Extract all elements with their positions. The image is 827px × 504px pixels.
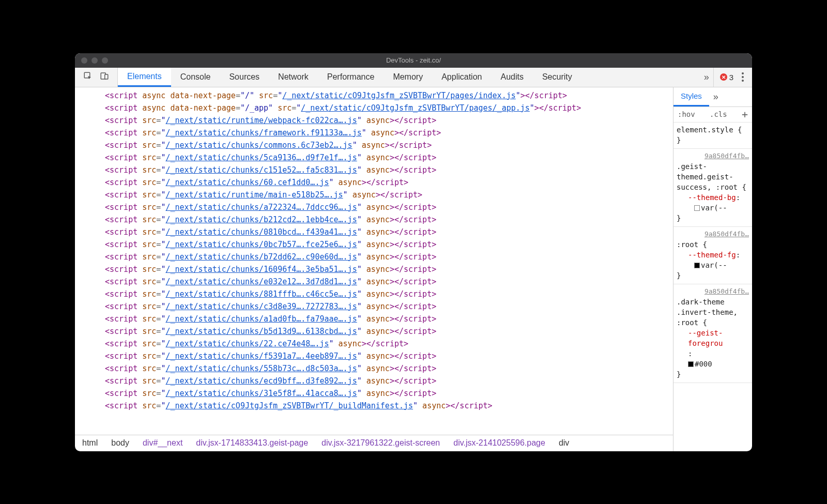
settings-menu-button[interactable]	[740, 70, 746, 84]
color-swatch[interactable]	[694, 205, 700, 211]
dom-node[interactable]: <script src="/_next/static/chunks/60.cef…	[101, 176, 673, 189]
more-side-tabs-button[interactable]: »	[709, 87, 723, 106]
dom-node[interactable]: <script src="/_next/static/chunks/ecd9bf…	[101, 375, 673, 387]
device-toolbar-icon[interactable]	[100, 71, 109, 83]
rule-source-link[interactable]: 9a850df4fb…	[677, 286, 749, 297]
rule-selector: :root {	[677, 239, 749, 250]
dom-node[interactable]: <script src="/_next/static/chunks/0810bc…	[101, 226, 673, 238]
more-tabs-button[interactable]: »	[700, 68, 713, 87]
dom-node[interactable]: <script src="/_next/static/chunks/31e5f8…	[101, 387, 673, 400]
tab-elements[interactable]: Elements	[118, 68, 171, 87]
dom-node[interactable]: <script src="/_next/static/chunks/b5d13d…	[101, 325, 673, 338]
dom-node[interactable]: <script src="/_next/static/chunks/a1ad0f…	[101, 313, 673, 325]
breadcrumb[interactable]: htmlbodydiv#__nextdiv.jsx-1714833413.gei…	[75, 435, 673, 451]
rule-selector: element.style {	[677, 125, 749, 135]
style-rule[interactable]: 9a850df4fb…:root {--themed-fg:var(--}	[673, 227, 752, 284]
breadcrumb-item[interactable]: div.jsx-2141025596.page	[453, 438, 545, 448]
rule-close-brace: }	[677, 135, 749, 145]
rule-source-link[interactable]: 9a850df4fb…	[677, 151, 749, 161]
dom-node[interactable]: <script src="/_next/static/chunks/e032e1…	[101, 276, 673, 288]
dom-node[interactable]: <script src="/_next/static/chunks/common…	[101, 139, 673, 151]
dom-node[interactable]: <script src="/_next/static/runtime/webpa…	[101, 114, 673, 127]
dom-node[interactable]: <script src="/_next/static/chunks/0bc7b5…	[101, 238, 673, 251]
elements-panel: <script async data-next-page="/" src="/_…	[75, 87, 673, 451]
error-indicator[interactable]: ✕ 3	[720, 73, 733, 82]
tab-styles[interactable]: Styles	[673, 87, 709, 106]
rule-property[interactable]: --themed-bg:var(--	[677, 192, 749, 213]
style-rule[interactable]: 9a850df4fb….dark-theme .invert-theme, :r…	[673, 284, 752, 383]
rule-property[interactable]: --geist-foregrou:#000	[677, 328, 749, 369]
minimize-window-button[interactable]	[91, 57, 98, 64]
breadcrumb-item[interactable]: body	[111, 438, 129, 448]
tab-console[interactable]: Console	[171, 68, 220, 87]
color-swatch[interactable]	[694, 263, 700, 268]
cls-toggle[interactable]: .cls	[710, 110, 727, 118]
main-toolbar: ElementsConsoleSourcesNetworkPerformance…	[75, 68, 752, 87]
dom-node[interactable]: <script src="/_next/static/chunks/f5391a…	[101, 350, 673, 362]
content-area: <script async data-next-page="/" src="/_…	[75, 87, 752, 451]
devtools-window: DevTools - zeit.co/ ElementsConsoleSourc…	[75, 53, 752, 451]
tab-application[interactable]: Application	[432, 68, 491, 87]
dom-node[interactable]: <script src="/_next/static/chunks/framew…	[101, 127, 673, 139]
tab-memory[interactable]: Memory	[384, 68, 432, 87]
rule-close-brace: }	[677, 213, 749, 223]
tab-sources[interactable]: Sources	[220, 68, 269, 87]
close-window-button[interactable]	[81, 57, 87, 64]
dom-node[interactable]: <script src="/_next/static/chunks/881fff…	[101, 288, 673, 300]
dom-node[interactable]: <script src="/_next/static/chunks/16096f…	[101, 263, 673, 276]
new-style-rule-button[interactable]: +	[742, 108, 748, 120]
styles-sidebar: Styles » :hov .cls + element.style {}9a8…	[673, 87, 752, 451]
rule-selector: .geist-themed.geist-success, :root {	[677, 161, 749, 192]
breadcrumb-item[interactable]: div.jsx-3217961322.geist-screen	[321, 438, 440, 448]
error-count: 3	[729, 73, 733, 82]
dom-node[interactable]: <script src="/_next/static/runtime/main-…	[101, 189, 673, 201]
dom-node[interactable]: <script src="/_next/static/chunks/a72232…	[101, 201, 673, 213]
dom-node[interactable]: <script src="/_next/static/chunks/b212cd…	[101, 213, 673, 226]
tab-audits[interactable]: Audits	[491, 68, 532, 87]
titlebar: DevTools - zeit.co/	[75, 53, 752, 68]
rule-property[interactable]: --themed-fg:var(--	[677, 250, 749, 270]
styles-utility-row: :hov .cls +	[673, 107, 752, 123]
breadcrumb-item[interactable]: div.jsx-1714833413.geist-page	[196, 438, 308, 448]
tab-network[interactable]: Network	[269, 68, 318, 87]
tab-performance[interactable]: Performance	[318, 68, 384, 87]
dom-node[interactable]: <script async data-next-page="/" src="/_…	[101, 89, 673, 102]
color-swatch[interactable]	[688, 361, 694, 367]
style-rule[interactable]: 9a850df4fb….geist-themed.geist-success, …	[673, 149, 752, 227]
window-title: DevTools - zeit.co/	[75, 56, 752, 64]
rule-close-brace: }	[677, 369, 749, 379]
breadcrumb-item[interactable]: html	[82, 438, 98, 448]
tab-security[interactable]: Security	[533, 68, 581, 87]
breadcrumb-item[interactable]: div#__next	[143, 438, 182, 448]
traffic-lights	[75, 57, 108, 64]
dom-tree[interactable]: <script async data-next-page="/" src="/_…	[75, 87, 673, 435]
dom-node[interactable]: <script src="/_next/static/chunks/5ca913…	[101, 151, 673, 164]
maximize-window-button[interactable]	[102, 57, 108, 64]
dom-node[interactable]: <script src="/_next/static/chunks/b72dd6…	[101, 251, 673, 263]
hover-toggle[interactable]: :hov	[678, 110, 695, 118]
dom-node[interactable]: <script async data-next-page="/_app" src…	[101, 102, 673, 114]
rule-close-brace: }	[677, 270, 749, 281]
error-icon: ✕	[720, 73, 727, 81]
dom-node[interactable]: <script src="/_next/static/chunks/22.ce7…	[101, 338, 673, 350]
dom-node[interactable]: <script src="/_next/static/cO9JtgJsfm_zS…	[101, 400, 673, 412]
main-tabs: ElementsConsoleSourcesNetworkPerformance…	[118, 68, 700, 87]
svg-rect-2	[105, 74, 108, 79]
inspect-element-icon[interactable]	[83, 71, 93, 83]
rule-source-link[interactable]: 9a850df4fb…	[677, 229, 749, 239]
dom-node[interactable]: <script src="/_next/static/chunks/c3d8e3…	[101, 300, 673, 313]
dom-node[interactable]: <script src="/_next/static/chunks/c151e5…	[101, 164, 673, 176]
styles-rules-list[interactable]: element.style {}9a850df4fb….geist-themed…	[673, 123, 752, 451]
rule-selector: .dark-theme .invert-theme, :root {	[677, 297, 749, 328]
dom-node[interactable]: <script src="/_next/static/chunks/558b73…	[101, 362, 673, 375]
style-rule[interactable]: element.style {}	[673, 123, 752, 149]
breadcrumb-item[interactable]: div	[559, 438, 569, 448]
